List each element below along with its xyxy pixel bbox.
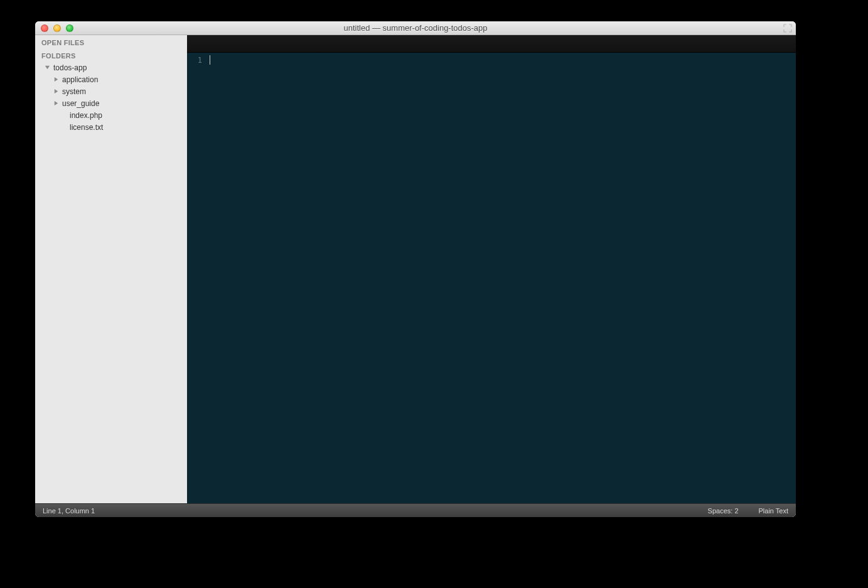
line-number-gutter: 1: [187, 53, 206, 503]
traffic-lights: [35, 24, 73, 32]
chevron-right-icon: [53, 100, 59, 107]
line-number: 1: [187, 55, 202, 65]
editor-window: untitled — summer-of-coding-todos-app OP…: [35, 21, 796, 517]
maximize-button[interactable]: [66, 24, 73, 32]
editor-pane: 1: [187, 35, 796, 503]
fullscreen-icon[interactable]: [783, 24, 792, 33]
folder-label: todos-app: [53, 63, 87, 72]
titlebar[interactable]: untitled — summer-of-coding-todos-app: [35, 21, 796, 35]
file-license-txt[interactable]: license.txt: [39, 121, 187, 133]
folder-label: user_guide: [62, 99, 99, 108]
folder-application[interactable]: application: [39, 73, 187, 85]
chevron-right-icon: [53, 88, 59, 95]
window-body: OPEN FILES FOLDERS todos-app application: [35, 35, 796, 503]
sidebar: OPEN FILES FOLDERS todos-app application: [35, 35, 187, 503]
text-cursor: [210, 55, 210, 65]
folder-system[interactable]: system: [39, 85, 187, 97]
status-cursor-position[interactable]: Line 1, Column 1: [43, 507, 95, 515]
file-index-php[interactable]: index.php: [39, 109, 187, 121]
folders-header[interactable]: FOLDERS: [35, 48, 187, 61]
folder-tree: todos-app application system: [35, 61, 187, 133]
status-syntax[interactable]: Plain Text: [759, 507, 789, 515]
open-files-header[interactable]: OPEN FILES: [35, 35, 187, 48]
file-label: license.txt: [70, 123, 103, 132]
status-bar: Line 1, Column 1 Spaces: 2 Plain Text: [35, 503, 796, 517]
code-editor[interactable]: 1: [187, 53, 796, 503]
close-button[interactable]: [41, 24, 48, 32]
folder-label: system: [62, 87, 86, 96]
file-icon: [60, 112, 67, 119]
folder-user-guide[interactable]: user_guide: [39, 97, 187, 109]
chevron-down-icon: [44, 65, 50, 71]
tab-bar[interactable]: [187, 35, 796, 53]
code-area[interactable]: [206, 53, 796, 503]
folder-label: application: [62, 75, 98, 84]
status-indent[interactable]: Spaces: 2: [708, 507, 739, 515]
file-label: index.php: [70, 111, 102, 120]
minimize-button[interactable]: [53, 24, 61, 32]
folder-root[interactable]: todos-app: [39, 61, 187, 73]
file-icon: [60, 124, 67, 131]
chevron-right-icon: [53, 77, 59, 83]
window-title: untitled — summer-of-coding-todos-app: [35, 23, 796, 33]
